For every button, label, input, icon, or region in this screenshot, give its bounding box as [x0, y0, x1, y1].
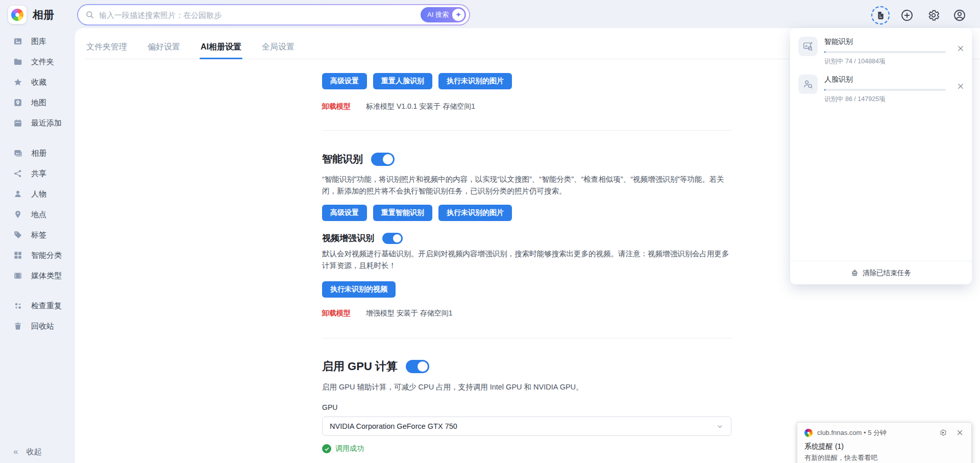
task-item-smart-recognition: 智能识别 识别中 74 / 104884项 — [790, 28, 972, 66]
sidebar-item-favorites[interactable]: 收藏 — [0, 72, 75, 92]
task-progress-button[interactable] — [871, 6, 890, 25]
photo-file-icon — [876, 11, 886, 20]
collapse-chevrons-icon: « — [13, 447, 17, 457]
app-title: 相册 — [33, 8, 54, 22]
video-recognition-description: 默认会对视频进行基础识别。开启则对视频内容增强识别，搜索时能够搜索出更多的视频。… — [322, 248, 731, 272]
advanced-settings-button[interactable]: 高级设置 — [322, 73, 367, 89]
sidebar-nav: 图库 文件夹 收藏 地图 最近添加 相册 — [0, 31, 75, 336]
sidebar-item-media-types[interactable]: 媒体类型 — [0, 265, 75, 286]
gpu-header: 启用 GPU 计算 — [322, 359, 731, 374]
notification-settings-icon[interactable] — [939, 429, 947, 437]
settings-content: 高级设置 重置人脸识别 执行未识别的图片 卸载模型 标准模型 V1.0.1 安装… — [322, 59, 731, 453]
settings-button[interactable] — [927, 9, 940, 22]
sidebar-item-recycle-bin[interactable]: 回收站 — [0, 316, 75, 336]
sidebar-item-tags[interactable]: 标签 — [0, 225, 75, 245]
sidebar-item-label: 智能分类 — [31, 251, 62, 260]
model-info-text: 标准模型 V1.0.1 安装于 存储空间1 — [366, 102, 475, 111]
face-search-icon — [798, 75, 818, 94]
success-check-icon — [322, 444, 331, 453]
browser-pinwheel-icon — [804, 429, 813, 437]
smart-buttons-row: 高级设置 重置智能识别 执行未识别的图片 — [322, 205, 731, 221]
search-input[interactable] — [99, 11, 421, 19]
app-logo-row: 相册 — [8, 6, 54, 24]
task-item-face-recognition: 人脸识别 识别中 86 / 147925项 — [790, 66, 972, 104]
media-type-icon — [13, 271, 22, 280]
uninstall-model-link[interactable]: 卸载模型 — [322, 309, 351, 318]
task-name: 智能识别 — [824, 37, 963, 46]
gallery-icon — [13, 37, 22, 46]
trash-icon — [13, 322, 22, 331]
face-buttons-row: 高级设置 重置人脸识别 执行未识别的图片 — [322, 73, 731, 89]
run-unrecognized-videos-button[interactable]: 执行未识别的视频 — [322, 281, 396, 298]
task-panel: 智能识别 识别中 74 / 104884项 人脸识别 识别中 86 / 1479… — [790, 28, 972, 284]
close-icon[interactable] — [957, 82, 965, 90]
video-buttons-row: 执行未识别的视频 — [322, 281, 731, 298]
sidebar-item-map[interactable]: 地图 — [0, 92, 75, 113]
sidebar-item-recently-added[interactable]: 最近添加 — [0, 113, 75, 133]
close-icon[interactable] — [957, 44, 965, 53]
share-icon — [13, 169, 22, 178]
chevron-down-icon — [716, 423, 724, 430]
run-unrecognized-photos-button[interactable]: 执行未识别的图片 — [438, 205, 512, 221]
sidebar-item-label: 文件夹 — [31, 57, 54, 67]
tab-folder-management[interactable]: 文件夹管理 — [85, 41, 128, 59]
sidebar: 相册 图库 文件夹 收藏 地图 最近添加 — [0, 0, 75, 463]
recent-icon — [13, 118, 22, 128]
folder-icon — [13, 57, 22, 66]
account-button[interactable] — [953, 9, 966, 22]
gear-icon — [927, 9, 940, 22]
model-info-text: 增强模型 安装于 存储空间1 — [366, 309, 453, 318]
add-button[interactable] — [900, 9, 914, 22]
task-status: 识别中 86 / 147925项 — [824, 95, 963, 104]
gpu-status-row: 调用成功 — [322, 444, 731, 453]
gpu-select[interactable]: NVIDIA Corporation GeForce GTX 750 — [322, 417, 731, 436]
reset-smart-recognition-button[interactable]: 重置智能识别 — [373, 205, 432, 221]
sidebar-item-albums[interactable]: 相册 — [0, 143, 75, 163]
video-model-row: 卸载模型 增强模型 安装于 存储空间1 — [322, 309, 731, 318]
ai-search-label: AI 搜索 — [427, 10, 449, 19]
advanced-settings-button[interactable]: 高级设置 — [322, 205, 367, 221]
sidebar-item-shared[interactable]: 共享 — [0, 163, 75, 184]
sidebar-item-label: 收藏 — [31, 78, 46, 87]
sidebar-item-people[interactable]: 人物 — [0, 184, 75, 204]
system-notification[interactable]: club.fnnas.com • 5 分钟 系统提醒 (1) 有新的提醒，快去看… — [797, 422, 972, 463]
clear-finished-tasks-button[interactable]: 清除已结束任务 — [790, 261, 972, 284]
collapse-label: 收起 — [26, 447, 41, 457]
map-icon — [13, 98, 22, 107]
sidebar-item-label: 地点 — [31, 210, 46, 220]
albums-icon — [13, 149, 22, 158]
face-model-row: 卸载模型 标准模型 V1.0.1 安装于 存储空间1 — [322, 102, 731, 111]
star-icon — [13, 78, 22, 87]
plus-circle-icon — [900, 9, 914, 22]
sidebar-item-label: 回收站 — [31, 322, 54, 331]
tab-global-settings[interactable]: 全局设置 — [261, 41, 296, 59]
sidebar-item-smart-categories[interactable]: 智能分类 — [0, 245, 75, 265]
tab-preferences[interactable]: 偏好设置 — [146, 41, 181, 59]
run-unrecognized-photos-button[interactable]: 执行未识别的图片 — [438, 73, 512, 89]
ai-search-button[interactable]: AI 搜索 ✦ — [421, 7, 466, 22]
smart-recognition-description: “智能识别”功能，将识别照片和视频中的内容，以实现“以文搜图”、“智能分类”、“… — [322, 174, 731, 197]
sidebar-collapse-button[interactable]: « 收起 — [13, 444, 41, 460]
sidebar-item-folders[interactable]: 文件夹 — [0, 52, 75, 72]
uninstall-model-link[interactable]: 卸载模型 — [322, 102, 351, 111]
tab-ai-album-settings[interactable]: AI相册设置 — [200, 41, 242, 59]
notification-close-icon[interactable] — [956, 429, 964, 437]
section-divider — [322, 130, 731, 131]
sidebar-item-label: 最近添加 — [31, 118, 62, 128]
sidebar-item-check-duplicates[interactable]: 检查重复 — [0, 296, 75, 316]
gpu-toggle[interactable] — [406, 360, 429, 373]
video-recognition-toggle[interactable] — [382, 233, 403, 244]
notification-source: club.fnnas.com • 5 分钟 — [817, 428, 930, 437]
location-icon — [13, 210, 22, 219]
smart-category-icon — [13, 251, 22, 260]
reset-face-recognition-button[interactable]: 重置人脸识别 — [373, 73, 432, 89]
gpu-description: 启用 GPU 辅助计算，可减少 CPU 占用，支持调用 Intel GPU 和 … — [322, 381, 731, 393]
search-bar[interactable]: AI 搜索 ✦ — [77, 4, 470, 26]
sidebar-item-label: 地图 — [31, 98, 46, 108]
app-logo-icon — [8, 6, 27, 24]
sidebar-item-places[interactable]: 地点 — [0, 204, 75, 225]
notification-title: 系统提醒 (1) — [804, 442, 964, 451]
smart-recognition-toggle[interactable] — [371, 153, 395, 166]
sidebar-item-gallery[interactable]: 图库 — [0, 31, 75, 52]
sidebar-item-label: 检查重复 — [31, 301, 62, 311]
